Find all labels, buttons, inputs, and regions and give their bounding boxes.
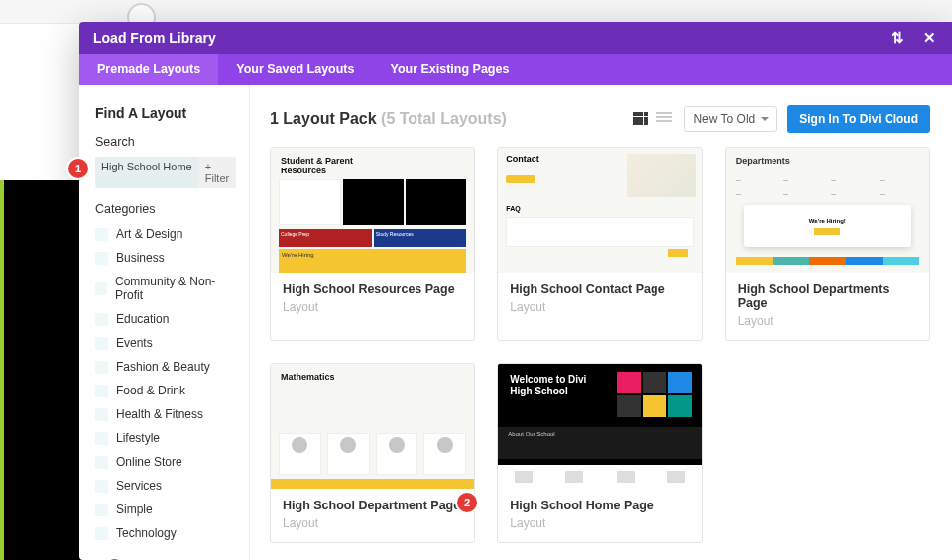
layout-grid: Student & Parent Resources College PrepS… bbox=[270, 147, 930, 543]
layout-card[interactable]: Contact FAQ High School Contact Page Lay… bbox=[497, 147, 702, 341]
category-item[interactable]: Community & Non-Profit bbox=[95, 270, 233, 307]
layout-library-modal: Load From Library ⇅ ✕ Premade Layouts Yo… bbox=[79, 22, 952, 560]
checkbox-icon bbox=[95, 282, 107, 295]
tab-existing-pages[interactable]: Your Existing Pages bbox=[372, 54, 527, 85]
search-label: Search bbox=[95, 135, 233, 149]
checkbox-icon bbox=[95, 432, 108, 445]
checkbox-icon bbox=[95, 361, 108, 374]
modal-header: Load From Library ⇅ ✕ bbox=[79, 22, 952, 54]
layout-thumbnail: Welcome to DiviHigh School About Our Sch… bbox=[498, 364, 701, 489]
sidebar: Find A Layout Search High School Home + … bbox=[79, 85, 250, 560]
checkbox-icon bbox=[95, 480, 108, 493]
category-item[interactable]: Online Store bbox=[95, 450, 233, 474]
modal-tabs: Premade Layouts Your Saved Layouts Your … bbox=[79, 54, 952, 85]
layout-card[interactable]: Departments ———————— We're Hiring! High … bbox=[725, 147, 930, 341]
layout-type: Layout bbox=[510, 300, 689, 314]
portability-icon[interactable]: ⇅ bbox=[889, 29, 906, 47]
tab-premade-layouts[interactable]: Premade Layouts bbox=[79, 54, 218, 85]
categories-label: Categories bbox=[95, 202, 233, 216]
layout-type: Layout bbox=[510, 516, 689, 530]
category-item[interactable]: Technology bbox=[95, 521, 233, 545]
category-list: Art & Design Business Community & Non-Pr… bbox=[95, 222, 233, 545]
category-item[interactable]: Events bbox=[95, 331, 233, 355]
layout-title: High School Contact Page bbox=[510, 282, 689, 296]
modal-title: Load From Library bbox=[93, 30, 216, 46]
category-item[interactable]: Art & Design bbox=[95, 222, 233, 246]
category-item[interactable]: Education bbox=[95, 307, 233, 331]
layout-type: Layout bbox=[283, 516, 462, 530]
layout-thumbnail: Contact FAQ bbox=[498, 148, 701, 273]
sidebar-heading: Find A Layout bbox=[95, 105, 233, 121]
checkbox-icon bbox=[95, 337, 108, 350]
layout-card[interactable]: Student & Parent Resources College PrepS… bbox=[270, 147, 475, 341]
results-count: 1 Layout Pack (5 Total Layouts) bbox=[270, 110, 507, 128]
category-item[interactable]: Business bbox=[95, 246, 233, 270]
category-item[interactable]: Fashion & Beauty bbox=[95, 355, 233, 379]
layout-title: High School Resources Page bbox=[283, 282, 462, 296]
grid-view-icon[interactable] bbox=[633, 112, 649, 126]
layout-thumbnail: Mathematics bbox=[271, 364, 474, 489]
checkbox-icon bbox=[95, 313, 108, 326]
layout-card[interactable]: Welcome to DiviHigh School About Our Sch… bbox=[497, 363, 702, 543]
checkbox-icon bbox=[95, 456, 108, 469]
list-view-icon[interactable] bbox=[656, 112, 672, 126]
layout-type: Layout bbox=[283, 300, 462, 314]
checkbox-icon bbox=[95, 252, 108, 265]
category-item[interactable]: Services bbox=[95, 474, 233, 498]
layout-card[interactable]: Mathematics High School Department Page … bbox=[270, 363, 475, 543]
sign-in-divi-cloud-button[interactable]: Sign In To Divi Cloud bbox=[787, 105, 930, 133]
checkbox-icon bbox=[95, 385, 108, 397]
checkbox-icon bbox=[95, 527, 108, 540]
search-input[interactable]: High School Home bbox=[95, 157, 198, 188]
category-item[interactable]: Lifestyle bbox=[95, 426, 233, 450]
layout-thumbnail: Student & Parent Resources College PrepS… bbox=[271, 148, 474, 273]
layout-title: High School Home Page bbox=[510, 499, 689, 512]
annotation-badge-2: 2 bbox=[457, 493, 477, 512]
layout-thumbnail: Departments ———————— We're Hiring! bbox=[726, 148, 929, 273]
layout-title: High School Department Page bbox=[283, 499, 462, 512]
close-icon[interactable]: ✕ bbox=[920, 29, 938, 47]
layout-title: High School Departments Page bbox=[738, 282, 917, 310]
category-item[interactable]: Food & Drink bbox=[95, 379, 233, 402]
checkbox-icon bbox=[95, 228, 108, 241]
layout-type: Layout bbox=[738, 314, 917, 328]
category-item[interactable]: Simple bbox=[95, 498, 233, 521]
annotation-badge-1: 1 bbox=[68, 159, 88, 178]
add-filter-button[interactable]: + Filter bbox=[198, 157, 236, 188]
sort-select[interactable]: New To Old bbox=[684, 106, 777, 132]
results-pane: 1 Layout Pack (5 Total Layouts) New To O… bbox=[250, 85, 952, 560]
checkbox-icon bbox=[95, 408, 108, 421]
results-header: 1 Layout Pack (5 Total Layouts) New To O… bbox=[270, 105, 930, 133]
category-item[interactable]: Health & Fitness bbox=[95, 402, 233, 426]
tab-saved-layouts[interactable]: Your Saved Layouts bbox=[218, 54, 372, 85]
checkbox-icon bbox=[95, 504, 108, 516]
